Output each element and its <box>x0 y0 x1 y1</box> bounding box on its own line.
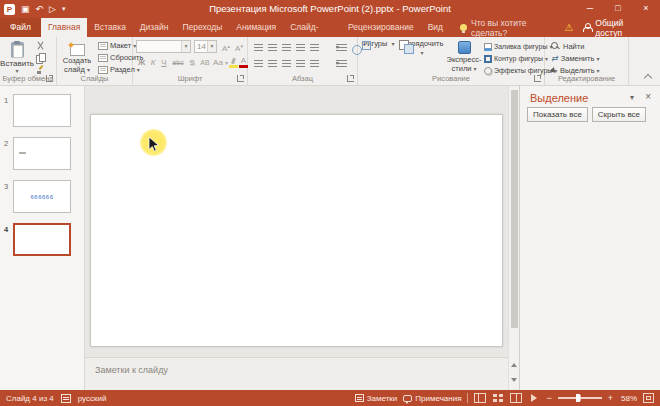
underline-button[interactable]: Ч <box>159 56 169 69</box>
language-button[interactable]: русский <box>78 394 107 403</box>
line-spacing-button[interactable] <box>308 41 321 53</box>
notification-icon[interactable]: ⚠ <box>564 18 573 37</box>
shape-effects-label: Эффекты фигуры <box>494 67 552 74</box>
zoom-percentage[interactable]: 58% <box>619 394 637 403</box>
new-slide-button[interactable]: Создать слайд <box>59 39 95 79</box>
font-dialog-launcher[interactable] <box>237 75 244 82</box>
clipboard-dialog-launcher[interactable] <box>46 75 53 82</box>
replace-button[interactable]: ⇄Заменить <box>551 53 599 64</box>
clipboard-icon <box>11 42 24 58</box>
maximize-button[interactable]: □ <box>604 0 632 18</box>
collapse-ribbon-button[interactable] <box>644 72 652 80</box>
paste-button[interactable]: Вставить <box>2 39 32 77</box>
layout-button[interactable]: Макет <box>98 40 136 51</box>
drawing-group: Фигуры Упорядочить Экспресс- стили Залив… <box>358 37 545 85</box>
copy-button[interactable] <box>34 52 53 63</box>
shape-fill-button[interactable]: Заливка фигуры <box>484 41 543 52</box>
font-color-button[interactable]: А <box>239 56 248 69</box>
decrease-indent-button[interactable] <box>280 41 293 53</box>
find-label: Найти <box>563 42 584 51</box>
group-label-paragraph: Абзац <box>248 74 357 83</box>
brush-icon <box>36 65 45 74</box>
scrollbar-thumb[interactable] <box>511 90 518 328</box>
previous-slide-button[interactable] <box>510 359 519 372</box>
increase-indent-button[interactable] <box>294 41 307 53</box>
thumbnail-text: 666666 <box>30 194 53 200</box>
tab-animations[interactable]: Анимация <box>229 18 283 37</box>
tell-me-box[interactable]: Что вы хотите сделать? <box>460 18 564 37</box>
zoom-slider-thumb[interactable] <box>576 394 580 402</box>
columns-button[interactable] <box>308 57 321 69</box>
zoom-slider[interactable] <box>558 397 602 399</box>
font-size-select[interactable]: 14 <box>194 40 217 53</box>
drawing-dialog-launcher[interactable] <box>534 75 541 82</box>
tab-transitions[interactable]: Переходы <box>175 18 229 37</box>
next-slide-button[interactable] <box>510 374 519 387</box>
text-shadow-button[interactable]: S <box>187 56 197 69</box>
bold-button[interactable]: Ж <box>136 56 147 69</box>
share-button[interactable]: Общий доступ <box>582 18 652 38</box>
comments-toggle[interactable]: Примечания <box>403 394 461 403</box>
pane-close-button[interactable]: × <box>645 91 651 102</box>
slide-thumbnail-3[interactable]: 666666 <box>13 180 71 213</box>
align-right-button[interactable] <box>280 57 293 69</box>
spellcheck-icon[interactable] <box>61 394 71 403</box>
window-controls: ─ □ × <box>576 0 660 18</box>
zoom-out-button[interactable]: − <box>546 393 551 403</box>
strikethrough-button[interactable]: abc <box>170 56 186 69</box>
replace-label: Заменить <box>561 54 595 63</box>
tab-design[interactable]: Дизайн <box>133 18 176 37</box>
file-tab[interactable]: Файл <box>0 18 41 37</box>
close-button[interactable]: × <box>632 0 660 18</box>
numbering-button[interactable] <box>266 41 279 53</box>
slide-thumbnail-4[interactable] <box>13 223 71 256</box>
italic-button[interactable]: К <box>148 56 158 69</box>
tab-review[interactable]: Рецензирование <box>341 18 421 37</box>
convert-smartart-button[interactable] <box>334 57 356 69</box>
fit-slide-button[interactable] <box>643 393 654 403</box>
bullets-button[interactable] <box>252 41 265 53</box>
shape-outline-button[interactable]: Контур фигуры <box>484 53 543 64</box>
tab-slideshow[interactable]: Слайд-шоу <box>283 18 341 37</box>
normal-view-button[interactable] <box>474 393 486 403</box>
slideshow-view-button[interactable] <box>528 393 540 403</box>
minimize-button[interactable]: ─ <box>576 0 604 18</box>
pane-options-button[interactable]: ▾ <box>630 93 634 102</box>
change-case-button[interactable]: Аа <box>213 56 228 69</box>
grow-font-button[interactable]: А <box>220 40 232 53</box>
align-center-button[interactable] <box>266 57 279 69</box>
shrink-font-button[interactable]: А <box>233 40 245 53</box>
notes-toggle[interactable]: Заметки <box>355 394 398 403</box>
character-spacing-button[interactable]: АВ <box>198 56 212 69</box>
slide-thumbnail-1[interactable] <box>13 94 71 127</box>
highlight-color-button[interactable] <box>229 56 238 69</box>
group-label-font: Шрифт <box>133 74 247 83</box>
show-all-button[interactable]: Показать все <box>527 107 588 122</box>
save-button[interactable]: ▣ <box>21 0 30 18</box>
tab-insert[interactable]: Вставка <box>87 18 133 37</box>
align-left-button[interactable] <box>252 57 265 69</box>
customize-qat-button[interactable]: ▾ <box>62 0 66 18</box>
start-slideshow-button[interactable]: ▷ <box>49 0 56 18</box>
thumbnail-content-mark <box>19 152 26 154</box>
paint-bucket-icon <box>484 43 492 51</box>
undo-button[interactable]: ↶ <box>36 0 44 18</box>
zoom-in-button[interactable]: + <box>608 393 613 403</box>
find-button[interactable]: Найти <box>551 41 584 52</box>
cut-button[interactable] <box>34 40 53 51</box>
reading-view-button[interactable] <box>510 393 522 403</box>
paragraph-dialog-launcher[interactable] <box>347 75 354 82</box>
slide-sorter-view-button[interactable] <box>492 393 504 403</box>
layout-icon <box>98 42 108 50</box>
tab-view[interactable]: Вид <box>421 18 450 37</box>
justify-button[interactable] <box>294 57 307 69</box>
font-name-select[interactable] <box>136 40 191 53</box>
hide-all-button[interactable]: Скрыть все <box>592 107 646 122</box>
vertical-scrollbar[interactable] <box>508 86 519 390</box>
slide-number-4: 4 <box>4 225 12 234</box>
comments-toggle-label: Примечания <box>415 394 461 403</box>
tab-home[interactable]: Главная <box>41 18 87 37</box>
slide-thumbnail-2[interactable] <box>13 137 71 170</box>
new-slide-label-2: слайд <box>64 66 90 75</box>
notes-pane[interactable]: Заметки к слайду <box>85 357 508 390</box>
